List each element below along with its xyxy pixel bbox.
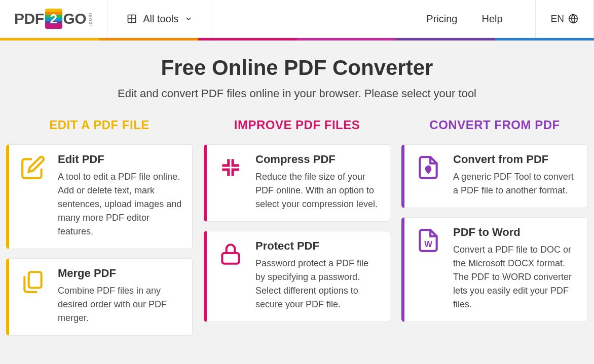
card-desc: Password protect a PDF file by specifyin…	[255, 257, 380, 311]
word-file-icon: W	[414, 226, 443, 311]
card-title: Protect PDF	[255, 239, 380, 253]
card-merge-pdf[interactable]: Merge PDF Combine PDF files in any desir…	[6, 258, 193, 336]
page-subtitle: Edit and convert PDF files online in you…	[5, 87, 589, 100]
svg-rect-6	[222, 253, 239, 264]
tool-columns: EDIT A PDF FILE Edit PDF A tool to edit …	[0, 118, 594, 360]
logo-two-icon: 2	[45, 9, 62, 29]
card-desc: A tool to edit a PDF file online. Add or…	[58, 170, 182, 238]
logo[interactable]: PDF 2 GO .com	[0, 9, 107, 29]
card-title: PDF to Word	[453, 226, 577, 239]
card-title: Edit PDF	[58, 153, 182, 166]
column-convert: CONVERT FROM PDF Convert from PDF A gene…	[401, 118, 588, 345]
card-desc: A generic PDF Tool to convert a PDF file…	[453, 170, 577, 197]
column-title: EDIT A PDF FILE	[6, 118, 193, 132]
column-title: CONVERT FROM PDF	[401, 118, 588, 132]
card-title: Merge PDF	[58, 267, 182, 280]
svg-text:W: W	[424, 239, 432, 249]
logo-pdf: PDF	[14, 10, 44, 27]
page-title: Free Online PDF Converter	[5, 56, 589, 80]
language-label: EN	[551, 13, 564, 24]
logo-com: .com	[87, 11, 93, 26]
card-desc: Combine PDF files in any desired order w…	[58, 284, 182, 325]
card-compress-pdf[interactable]: Compress PDF Reduce the file size of you…	[204, 144, 390, 222]
logo-go: GO	[63, 10, 87, 27]
all-tools-dropdown[interactable]: All tools	[107, 0, 212, 38]
card-protect-pdf[interactable]: Protect PDF Password protect a PDF file …	[204, 231, 390, 322]
compress-icon	[216, 153, 245, 211]
column-improve: IMPROVE PDF FILES Compress PDF Reduce th…	[204, 118, 390, 345]
pdf-file-icon	[414, 153, 443, 197]
column-edit: EDIT A PDF FILE Edit PDF A tool to edit …	[6, 118, 193, 345]
card-edit-pdf[interactable]: Edit PDF A tool to edit a PDF file onlin…	[6, 144, 193, 249]
card-desc: Convert a PDF file to DOC or the Microso…	[453, 243, 577, 311]
card-pdf-to-word[interactable]: W PDF to Word Convert a PDF file to DOC …	[401, 217, 588, 322]
chevron-down-icon	[184, 15, 193, 23]
pricing-link[interactable]: Pricing	[414, 13, 469, 25]
lock-icon	[216, 239, 245, 311]
top-navbar: PDF 2 GO .com All tools Pricing Help EN	[0, 0, 594, 38]
help-link[interactable]: Help	[469, 13, 514, 25]
card-convert-from-pdf[interactable]: Convert from PDF A generic PDF Tool to c…	[401, 144, 588, 208]
card-title: Compress PDF	[255, 153, 380, 166]
card-desc: Reduce the file size of your PDF online.…	[255, 170, 380, 211]
column-title: IMPROVE PDF FILES	[204, 118, 390, 132]
hero-section: Free Online PDF Converter Edit and conve…	[0, 41, 594, 118]
all-tools-label: All tools	[143, 13, 178, 25]
vertical-divider	[212, 0, 212, 38]
grid-icon	[127, 14, 137, 24]
globe-icon	[568, 14, 578, 24]
svg-rect-5	[29, 272, 42, 288]
edit-icon	[18, 153, 48, 238]
rainbow-divider	[0, 38, 594, 41]
card-title: Convert from PDF	[453, 153, 577, 166]
merge-icon	[18, 267, 48, 325]
language-selector[interactable]: EN	[535, 0, 594, 38]
